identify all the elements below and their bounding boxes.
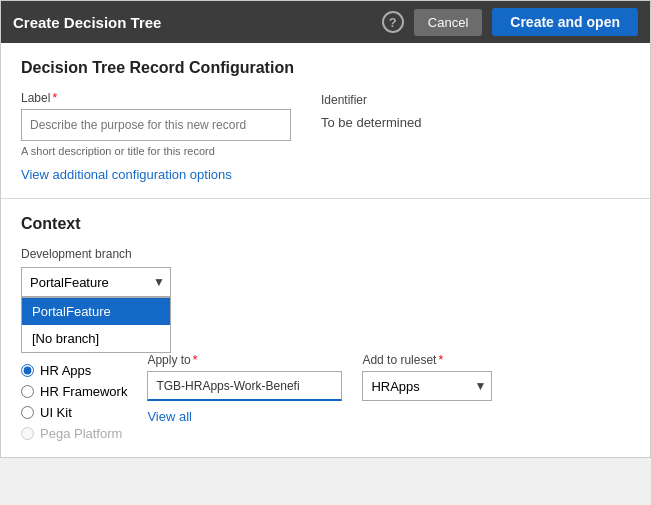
view-additional-link[interactable]: View additional configuration options [21, 167, 232, 182]
radio-column: HR Apps HR Framework UI Kit Pega Platfor… [21, 353, 127, 441]
identifier-value: To be determined [321, 115, 421, 130]
radio-hr-apps[interactable]: HR Apps [21, 363, 127, 378]
bottom-area: HR Apps HR Framework UI Kit Pega Platfor… [21, 353, 630, 441]
ruleset-label: Add to ruleset* [362, 353, 492, 367]
ruleset-select-wrapper: HRApps HR Framework UI Kit ▼ [362, 371, 492, 401]
header-actions: ? Cancel Create and open [382, 8, 638, 36]
modal-header: Create Decision Tree ? Cancel Create and… [1, 1, 650, 43]
label-input[interactable] [21, 109, 291, 141]
context-section: Context Development branch PortalFeature… [1, 199, 650, 457]
branch-dropdown-list: PortalFeature [No branch] [21, 297, 171, 353]
ruleset-group: Add to ruleset* HRApps HR Framework UI K… [362, 353, 492, 401]
cancel-button[interactable]: Cancel [414, 9, 482, 36]
help-icon[interactable]: ? [382, 11, 404, 33]
label-field-label: Label* [21, 91, 291, 105]
radio-ui-kit[interactable]: UI Kit [21, 405, 127, 420]
identifier-label: Identifier [321, 93, 421, 107]
branch-select[interactable]: PortalFeature [No branch] [21, 267, 171, 297]
view-all-link[interactable]: View all [147, 409, 342, 424]
branch-select-wrapper: PortalFeature [No branch] ▼ [21, 267, 171, 297]
configuration-section: Decision Tree Record Configuration Label… [1, 43, 650, 199]
create-open-button[interactable]: Create and open [492, 8, 638, 36]
label-group: Label* A short description or title for … [21, 91, 291, 157]
label-hint: A short description or title for this re… [21, 145, 291, 157]
modal-title: Create Decision Tree [13, 14, 161, 31]
apply-to-group: Apply to* View all [147, 353, 342, 424]
modal-container: Create Decision Tree ? Cancel Create and… [0, 0, 651, 458]
apply-to-input[interactable] [147, 371, 342, 401]
radio-hr-framework[interactable]: HR Framework [21, 384, 127, 399]
radio-group: HR Apps HR Framework UI Kit Pega Platfor… [21, 363, 127, 441]
ruleset-select[interactable]: HRApps HR Framework UI Kit [362, 371, 492, 401]
dev-branch-label: Development branch [21, 247, 630, 261]
apply-to-label: Apply to* [147, 353, 342, 367]
context-section-title: Context [21, 215, 630, 233]
configuration-section-title: Decision Tree Record Configuration [21, 59, 630, 77]
form-row: Label* A short description or title for … [21, 91, 630, 157]
dropdown-item-nobranch[interactable]: [No branch] [22, 325, 170, 352]
required-star: * [52, 91, 57, 105]
dropdown-item-portal[interactable]: PortalFeature [22, 298, 170, 325]
identifier-group: Identifier To be determined [321, 91, 421, 130]
radio-pega-platform: Pega Platform [21, 426, 127, 441]
